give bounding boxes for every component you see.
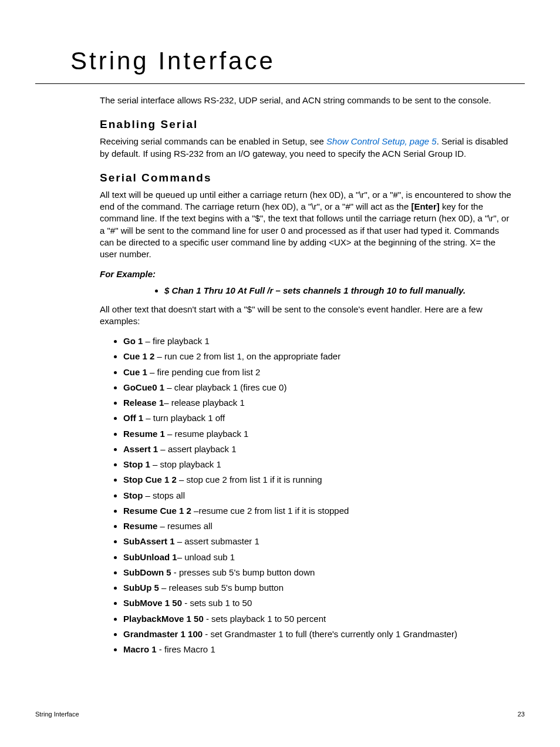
command-name: Release 1 xyxy=(123,398,164,408)
command-name: Cue 1 2 xyxy=(123,351,154,361)
commands-paragraph-2: All other text that doesn't start with a… xyxy=(100,304,513,328)
enabling-text-before: Receiving serial commands can be enabled… xyxy=(100,136,326,146)
command-desc: - presses sub 5's bump button down xyxy=(171,567,315,577)
command-name: SubUnload 1 xyxy=(123,552,177,562)
command-desc: – fire playback 1 xyxy=(143,336,209,346)
list-item: SubUnload 1– unload sub 1 xyxy=(123,551,513,563)
list-item: PlaybackMove 1 50 - sets playback 1 to 5… xyxy=(123,613,513,625)
list-item: Off 1 – turn playback 1 off xyxy=(123,412,513,424)
command-name: Stop xyxy=(123,490,143,500)
command-desc: – turn playback 1 off xyxy=(143,413,225,423)
list-item: Cue 1 2 – run cue 2 from list 1, on the … xyxy=(123,351,513,362)
list-item: Stop Cue 1 2 – stop cue 2 from list 1 if… xyxy=(123,474,513,486)
command-desc: - sets sub 1 to 50 xyxy=(182,598,252,608)
command-name: Grandmaster 1 100 xyxy=(123,629,203,639)
title-rule xyxy=(35,83,525,84)
command-desc: - set Grandmaster 1 to full (there's cur… xyxy=(203,629,457,639)
command-name: Assert 1 xyxy=(123,444,158,454)
command-desc: - sets playback 1 to 50 percent xyxy=(204,614,326,624)
command-name: GoCue0 1 xyxy=(123,382,164,392)
command-list: Go 1 – fire playback 1Cue 1 2 – run cue … xyxy=(100,335,513,655)
command-name: Resume xyxy=(123,521,157,531)
command-desc: – releases sub 5's bump button xyxy=(159,583,284,593)
command-desc: –resume cue 2 from list 1 if it is stopp… xyxy=(191,506,349,516)
example-item: $ Chan 1 Thru 10 At Full /r – sets chann… xyxy=(164,285,513,295)
list-item: Assert 1 – assert playback 1 xyxy=(123,443,513,455)
command-name: Resume Cue 1 2 xyxy=(123,506,191,516)
command-name: Resume 1 xyxy=(123,429,165,439)
content-area: The serial interface allows RS-232, UDP … xyxy=(100,95,513,655)
command-desc: – release playback 1 xyxy=(164,398,245,408)
for-example-label: For Example: xyxy=(100,268,513,280)
show-control-link[interactable]: Show Control Setup, page 5 xyxy=(326,136,437,146)
list-item: Release 1– release playback 1 xyxy=(123,397,513,409)
command-desc: – assert playback 1 xyxy=(158,444,236,454)
command-name: Cue 1 xyxy=(123,367,147,377)
enter-key-label: [Enter] xyxy=(411,201,439,211)
section-heading-enabling: Enabling Serial xyxy=(100,118,513,131)
page-title: String Interface xyxy=(70,47,525,79)
commands-paragraph-1: All text will be queued up until either … xyxy=(100,189,513,261)
list-item: Cue 1 – fire pending cue from list 2 xyxy=(123,366,513,378)
page-footer: String Interface 23 xyxy=(35,711,525,718)
command-name: Go 1 xyxy=(123,336,143,346)
command-desc: – resume playback 1 xyxy=(165,429,249,439)
list-item: Stop 1 – stop playback 1 xyxy=(123,459,513,470)
command-desc: - fires Macro 1 xyxy=(157,644,215,654)
command-desc: – stops all xyxy=(143,490,185,500)
intro-paragraph: The serial interface allows RS-232, UDP … xyxy=(100,95,513,106)
command-name: Stop Cue 1 2 xyxy=(123,475,177,484)
example-list: $ Chan 1 Thru 10 At Full /r – sets chann… xyxy=(153,285,513,295)
list-item: Go 1 – fire playback 1 xyxy=(123,335,513,347)
list-item: Stop – stops all xyxy=(123,490,513,502)
footer-left: String Interface xyxy=(35,711,79,718)
command-name: SubDown 5 xyxy=(123,567,171,577)
footer-right: 23 xyxy=(518,711,525,718)
command-name: SubMove 1 50 xyxy=(123,598,182,608)
command-name: Stop 1 xyxy=(123,459,150,469)
command-desc: – fire pending cue from list 2 xyxy=(147,367,261,377)
list-item: SubDown 5 - presses sub 5's bump button … xyxy=(123,567,513,578)
command-desc: – stop cue 2 from list 1 if it is runnin… xyxy=(177,475,322,484)
command-desc: – run cue 2 from list 1, on the appropri… xyxy=(154,351,340,361)
list-item: SubMove 1 50 - sets sub 1 to 50 xyxy=(123,597,513,609)
command-name: Macro 1 xyxy=(123,644,157,654)
command-name: SubUp 5 xyxy=(123,583,159,593)
command-desc: – stop playback 1 xyxy=(150,459,221,469)
command-name: PlaybackMove 1 50 xyxy=(123,614,204,624)
list-item: Grandmaster 1 100 - set Grandmaster 1 to… xyxy=(123,628,513,640)
command-desc: – resumes all xyxy=(157,521,212,531)
command-name: SubAssert 1 xyxy=(123,536,175,546)
section-heading-commands: Serial Commands xyxy=(100,171,513,184)
command-desc: – clear playback 1 (fires cue 0) xyxy=(164,382,286,392)
list-item: Resume Cue 1 2 –resume cue 2 from list 1… xyxy=(123,505,513,517)
list-item: Resume – resumes all xyxy=(123,520,513,532)
command-desc: – unload sub 1 xyxy=(177,552,235,562)
list-item: Macro 1 - fires Macro 1 xyxy=(123,644,513,655)
command-desc: – assert submaster 1 xyxy=(175,536,259,546)
list-item: SubUp 5 – releases sub 5's bump button xyxy=(123,582,513,594)
list-item: Resume 1 – resume playback 1 xyxy=(123,428,513,440)
list-item: GoCue0 1 – clear playback 1 (fires cue 0… xyxy=(123,382,513,393)
command-name: Off 1 xyxy=(123,413,143,423)
list-item: SubAssert 1 – assert submaster 1 xyxy=(123,536,513,547)
page-container: String Interface The serial interface al… xyxy=(0,0,560,747)
enabling-paragraph: Receiving serial commands can be enabled… xyxy=(100,136,513,160)
